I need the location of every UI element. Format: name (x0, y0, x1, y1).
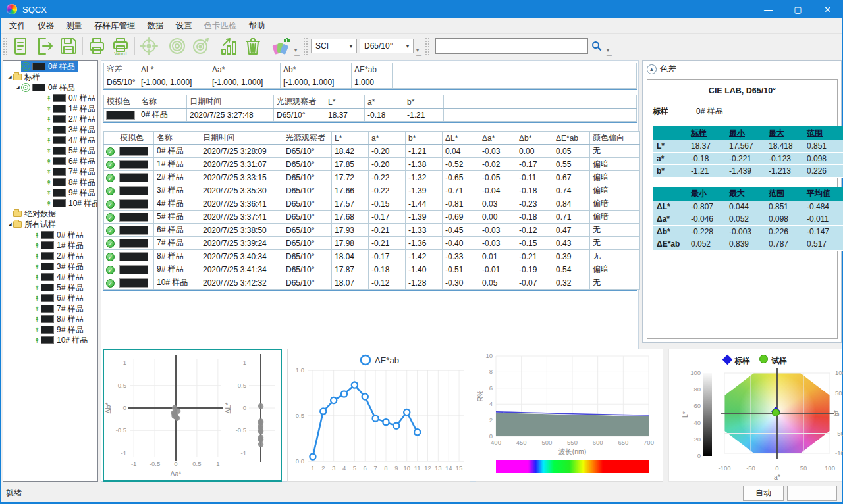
column-header[interactable]: ΔL* (443, 132, 479, 145)
tree-item-4-样品[interactable]: ↟4# 样品 (3, 135, 97, 145)
tree-item-9-样品[interactable]: ↟9# 样品 (3, 324, 97, 335)
column-header[interactable]: Δb* (281, 63, 352, 76)
toolbar-overflow-button[interactable]: ▾— (293, 48, 301, 59)
column-header[interactable]: ΔE*ab (553, 132, 590, 145)
toolbar-grip[interactable] (3, 38, 7, 55)
tree-expander-icon[interactable]: ◢ (7, 222, 13, 227)
tree-item-1-样品[interactable]: ↟1# 样品 (3, 103, 97, 114)
column-header[interactable] (104, 132, 117, 145)
toolbar-grip[interactable] (303, 38, 308, 55)
column-header[interactable]: 名称 (154, 132, 200, 145)
toolbar-overflow-button[interactable]: ▾— (415, 48, 423, 59)
measure-standard-button[interactable] (165, 35, 189, 57)
blank-status-button[interactable] (787, 486, 837, 501)
tree-item-标样[interactable]: ◢标样 (3, 72, 97, 82)
column-header[interactable]: 光源观察者 (283, 132, 332, 145)
tree-item-7-样品[interactable]: ↟7# 样品 (3, 303, 97, 314)
tree-item-10-样品[interactable]: ↟10# 样品 (3, 335, 97, 345)
de-trend-chart-panel[interactable]: ΔE*ab1234567891011121314150.00.51.0 (287, 349, 470, 482)
menu-item-1[interactable]: 仪器 (32, 18, 60, 34)
color-match-button[interactable] (269, 35, 293, 57)
menu-item-5[interactable]: 设置 (170, 18, 198, 34)
calibrate-button[interactable] (137, 35, 161, 57)
menu-item-4[interactable]: 数据 (142, 18, 170, 34)
tree-item-3-样品[interactable]: ↟3# 样品 (3, 261, 97, 272)
table-row[interactable]: ✓2# 样品2020/7/25 3:33:15D65/10°17.72-0.22… (104, 171, 640, 184)
table-row[interactable]: ✓6# 样品2020/7/25 3:38:50D65/10°17.93-0.21… (104, 224, 640, 237)
column-header[interactable]: 颜色偏向 (590, 132, 640, 145)
tree-item-4-样品[interactable]: ↟4# 样品 (3, 272, 97, 282)
table-row[interactable]: ✓0# 样品2020/7/25 3:28:09D65/10°18.42-0.20… (104, 145, 640, 158)
column-header[interactable]: Δa* (479, 132, 516, 145)
scatter-chart-panel[interactable]: -1-1-0.5-0.5000.50.511Δa*Δb*-1-0.500.51Δ… (103, 349, 282, 482)
menu-item-3[interactable]: 存样库管理 (88, 18, 142, 34)
menu-item-7[interactable]: 帮助 (243, 18, 271, 34)
toolbar-overflow-button[interactable]: ▾— (605, 48, 613, 59)
collapse-panel-icon[interactable]: ▲ (647, 64, 657, 74)
tree-item-5-样品[interactable]: ↟5# 样品 (3, 282, 97, 293)
column-header[interactable]: a* (369, 132, 406, 145)
print-button[interactable] (85, 35, 109, 57)
gamut-chart-panel[interactable]: 标样 试样 -100-50050100100500-50-10010080604… (668, 349, 842, 482)
print-word-button[interactable]: Word (109, 35, 132, 57)
table-row[interactable]: ✓8# 样品2020/7/25 3:40:34D65/10°18.04-0.17… (104, 250, 640, 263)
tree-expander-icon[interactable]: ◢ (14, 85, 21, 90)
column-header[interactable]: b* (404, 95, 444, 109)
column-header[interactable]: Δa* (209, 63, 281, 76)
menu-item-0[interactable]: 文件 (3, 18, 32, 34)
statistics-button[interactable] (217, 35, 241, 57)
tree-item-1-样品[interactable]: ↟1# 样品 (3, 240, 97, 251)
column-header[interactable]: a* (365, 95, 404, 109)
column-header[interactable]: L* (325, 95, 365, 109)
tree-expander-icon[interactable]: ◢ (7, 74, 13, 80)
table-row[interactable]: ✓3# 样品2020/7/25 3:35:30D65/10°17.66-0.22… (104, 184, 640, 197)
save-button[interactable] (57, 35, 80, 57)
tree-item-9-样品[interactable]: ↟9# 样品 (3, 188, 97, 198)
column-header[interactable]: b* (406, 132, 443, 145)
tree-item-2-样品[interactable]: ↟2# 样品 (3, 114, 97, 124)
column-header[interactable]: 日期时间 (187, 95, 274, 109)
illuminant-combo[interactable]: D65/10°▼ (360, 39, 414, 53)
column-header[interactable]: ΔL* (138, 63, 209, 76)
search-icon[interactable] (588, 38, 605, 54)
table-row[interactable]: ✓5# 样品2020/7/25 3:37:41D65/10°17.68-0.17… (104, 211, 640, 224)
column-header[interactable] (393, 63, 637, 76)
export-button[interactable] (33, 35, 57, 57)
column-header[interactable]: 容差 (104, 63, 138, 76)
table-row[interactable]: ✓10# 样品2020/7/25 3:42:32D65/10°18.07-0.1… (104, 276, 640, 290)
tree-item-0-样品[interactable]: ◢0# 样品 (3, 82, 97, 93)
table-row[interactable]: ✓1# 样品2020/7/25 3:31:07D65/10°17.85-0.20… (104, 158, 640, 171)
tree-item-2-样品[interactable]: ↟2# 样品 (3, 251, 97, 261)
table-row[interactable]: ✓4# 样品2020/7/25 3:36:41D65/10°17.57-0.15… (104, 197, 640, 211)
tree-item-3-样品[interactable]: ↟3# 样品 (3, 124, 97, 135)
measure-mode-combo[interactable]: SCI▼ (311, 39, 357, 53)
menu-item-6[interactable]: 色卡匹检 (198, 18, 243, 34)
tree-item-7-样品[interactable]: ↟7# 样品 (3, 166, 97, 177)
auto-button[interactable]: 自动 (743, 486, 784, 501)
table-row[interactable]: ✓9# 样品2020/7/25 3:41:34D65/10°17.87-0.18… (104, 263, 640, 276)
close-button[interactable]: ✕ (813, 0, 842, 18)
tree-item-绝对数据[interactable]: 绝对数据 (3, 209, 97, 219)
column-header[interactable] (444, 95, 637, 109)
tree-item-0-样品[interactable]: 0# 样品 (3, 61, 97, 72)
search-input[interactable] (435, 38, 588, 54)
column-header[interactable]: 日期时间 (200, 132, 283, 145)
column-header[interactable]: ΔE*ab (352, 63, 393, 76)
measure-sample-button[interactable] (189, 35, 213, 57)
maximize-button[interactable]: ▢ (783, 0, 813, 18)
tree-item-6-样品[interactable]: ↟6# 样品 (3, 156, 97, 166)
tree-item-所有试样[interactable]: ◢所有试样 (3, 219, 97, 230)
tree-item-10-样品[interactable]: ↟10# 样品 (3, 198, 97, 209)
column-header[interactable]: 名称 (138, 95, 187, 109)
column-header[interactable]: 模拟色 (117, 132, 154, 145)
tree-item-0-样品[interactable]: ↟0# 样品 (3, 230, 97, 240)
tree-item-8-样品[interactable]: ↟8# 样品 (3, 314, 97, 324)
table-row[interactable]: D65/10°[-1.000, 1.000][-1.000, 1.000][-1… (104, 76, 637, 89)
tree-item-8-样品[interactable]: ↟8# 样品 (3, 177, 97, 188)
table-row[interactable]: ✓7# 样品2020/7/25 3:39:24D65/10°17.98-0.21… (104, 237, 640, 250)
minimize-button[interactable]: — (753, 0, 783, 18)
tree-item-5-样品[interactable]: ↟5# 样品 (3, 145, 97, 156)
table-row[interactable]: 0# 样品2020/7/25 3:27:48D65/10°18.37-0.18-… (104, 109, 637, 122)
column-header[interactable]: 光源观察者 (274, 95, 325, 109)
toolbar-grip[interactable] (425, 38, 429, 55)
